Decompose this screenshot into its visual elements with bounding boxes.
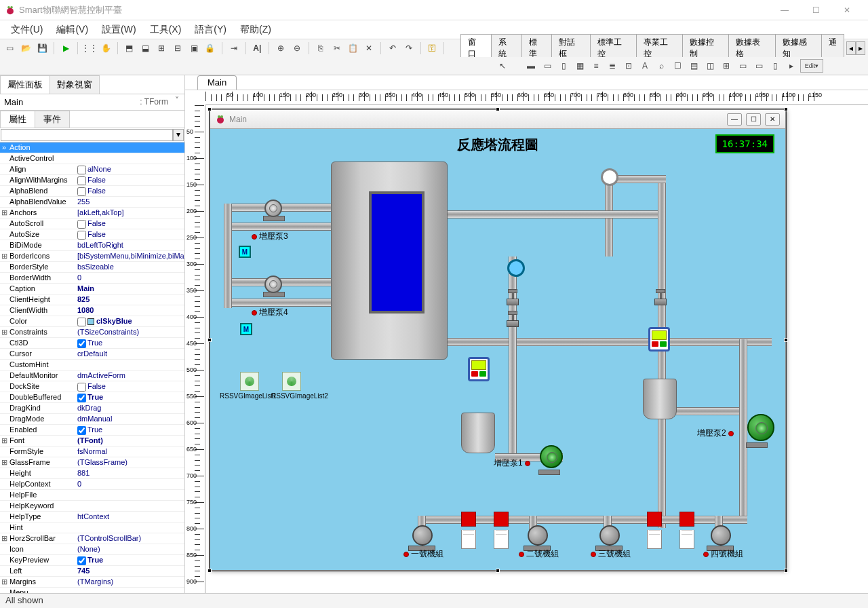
property-value[interactable]: False xyxy=(76,175,184,185)
w10-icon[interactable]: ☐ xyxy=(670,59,685,73)
form-min-icon[interactable]: — xyxy=(727,113,742,126)
redo-icon[interactable]: ↷ xyxy=(401,41,416,55)
property-row[interactable]: DragKinddkDrag xyxy=(0,403,184,414)
property-value[interactable]: crDefault xyxy=(76,349,184,359)
property-row[interactable]: AutoSizeFalse xyxy=(0,229,184,240)
key-icon[interactable]: ⚿ xyxy=(425,41,440,55)
expand-icon[interactable] xyxy=(0,381,8,392)
property-value[interactable]: 255 xyxy=(76,197,184,207)
property-row[interactable]: ⊞BorderIcons[biSystemMenu,biMinimize,biM… xyxy=(0,251,184,262)
property-value[interactable] xyxy=(76,490,184,500)
expand-icon[interactable] xyxy=(0,414,8,424)
expand-icon[interactable] xyxy=(0,262,8,272)
menu-file[interactable]: 文件(U) xyxy=(4,21,50,39)
property-value[interactable] xyxy=(76,142,184,153)
expand-icon[interactable] xyxy=(0,446,8,457)
property-value[interactable]: False xyxy=(76,229,184,240)
w6-icon[interactable]: ≣ xyxy=(605,59,620,73)
tab-prop-panel[interactable]: 屬性面板 xyxy=(0,75,50,94)
w12-icon[interactable]: ◫ xyxy=(703,59,717,73)
menu-help[interactable]: 帮助(Z) xyxy=(233,21,278,39)
property-value[interactable]: clSkyBlue xyxy=(76,316,184,326)
property-value[interactable]: (TControlScrollBar) xyxy=(76,533,184,544)
property-checkbox[interactable] xyxy=(77,176,86,185)
property-value[interactable]: [biSystemMenu,biMinimize,biMaximize] xyxy=(76,251,184,261)
property-row[interactable]: HelpKeyword xyxy=(0,501,184,512)
property-checkbox[interactable] xyxy=(77,231,86,240)
design-canvas[interactable]: Main — ☐ ✕ 反應塔流程圖 16:37:34 xyxy=(205,105,868,608)
property-row[interactable]: ⊞Font(TFont) xyxy=(0,436,184,446)
property-value[interactable]: bsSizeable xyxy=(76,262,184,272)
property-row[interactable]: DoubleBufferedTrue xyxy=(0,392,184,403)
property-checkbox[interactable] xyxy=(77,426,86,435)
imagelist-icon[interactable] xyxy=(240,372,259,391)
w4-icon[interactable]: ▦ xyxy=(572,59,587,73)
open-icon[interactable]: 📂 xyxy=(19,41,34,55)
property-value[interactable]: alNone xyxy=(76,164,184,174)
property-value[interactable]: False xyxy=(76,381,184,392)
expand-icon[interactable]: » xyxy=(0,142,8,153)
property-value[interactable]: (TGlassFrame) xyxy=(76,457,184,468)
property-value[interactable]: dmManual xyxy=(76,414,184,424)
w13-icon[interactable]: ⊞ xyxy=(719,59,734,73)
paste-icon[interactable]: 📋 xyxy=(345,41,360,55)
new-icon[interactable]: ▭ xyxy=(3,41,18,55)
w15-icon[interactable]: ▭ xyxy=(751,59,766,73)
property-row[interactable]: BiDiModebdLeftToRight xyxy=(0,240,184,251)
minimize-button[interactable]: — xyxy=(769,0,800,20)
select-icon[interactable]: ▣ xyxy=(186,41,201,55)
property-row[interactable]: BorderWidth0 xyxy=(0,273,184,284)
group-icon[interactable]: ⊞ xyxy=(155,41,170,55)
expand-icon[interactable] xyxy=(0,479,8,489)
w14-icon[interactable]: ▭ xyxy=(735,59,750,73)
expand-icon[interactable]: ⊞ xyxy=(0,327,8,337)
property-row[interactable]: CaptionMain xyxy=(0,284,184,294)
bring-front-icon[interactable]: ⬓ xyxy=(138,41,153,55)
expand-icon[interactable] xyxy=(0,218,8,229)
property-row[interactable]: DefaultMonitordmActiveForm xyxy=(0,370,184,381)
property-list[interactable]: »ActionActiveControlAlignalNoneAlignWith… xyxy=(0,142,184,608)
w3-icon[interactable]: ▯ xyxy=(556,59,571,73)
object-dropdown-icon[interactable]: ˅ xyxy=(171,96,183,109)
expand-icon[interactable] xyxy=(0,305,8,316)
property-row[interactable]: BorderStylebsSizeable xyxy=(0,262,184,273)
property-value[interactable]: 1080 xyxy=(76,305,184,316)
expand-icon[interactable] xyxy=(0,512,8,522)
expand-icon[interactable] xyxy=(0,229,8,240)
menu-settings[interactable]: 設置(W) xyxy=(95,21,143,39)
hand-icon[interactable]: ✋ xyxy=(98,41,113,55)
property-row[interactable]: Ctl3DTrue xyxy=(0,338,184,349)
form-close-icon[interactable]: ✕ xyxy=(765,113,780,126)
property-value[interactable]: 0 xyxy=(76,479,184,489)
save-icon[interactable]: 💾 xyxy=(35,41,50,55)
property-value[interactable]: True xyxy=(76,425,184,435)
expand-icon[interactable] xyxy=(0,360,8,370)
ungroup-icon[interactable]: ⊟ xyxy=(170,41,185,55)
property-value[interactable] xyxy=(76,522,184,533)
expand-icon[interactable] xyxy=(0,468,8,478)
property-row[interactable]: ⊞Constraints(TSizeConstraints) xyxy=(0,327,184,338)
property-value[interactable]: dkDrag xyxy=(76,403,184,413)
property-value[interactable]: 881 xyxy=(76,468,184,478)
property-search-dropdown-icon[interactable]: ▾ xyxy=(173,129,184,141)
property-row[interactable]: »Action xyxy=(0,142,184,153)
align-icon[interactable]: ⋮⋮ xyxy=(82,41,97,55)
expand-icon[interactable] xyxy=(0,197,8,207)
property-row[interactable]: ColorclSkyBlue xyxy=(0,316,184,327)
property-row[interactable]: CursorcrDefault xyxy=(0,349,184,360)
pointer-icon[interactable]: ↖ xyxy=(495,59,510,73)
property-value[interactable]: fsNormal xyxy=(76,446,184,457)
property-row[interactable]: AutoScrollFalse xyxy=(0,218,184,229)
property-row[interactable]: AlignWithMarginsFalse xyxy=(0,175,184,186)
tabs-left-icon[interactable]: ◂ xyxy=(846,41,856,55)
expand-icon[interactable] xyxy=(0,240,8,250)
doc-tab-main[interactable]: Main xyxy=(197,75,237,90)
subtab-events[interactable]: 事件 xyxy=(35,111,70,128)
property-row[interactable]: ActiveControl xyxy=(0,153,184,164)
property-value[interactable]: htContext xyxy=(76,512,184,522)
property-row[interactable]: DragModedmManual xyxy=(0,414,184,425)
property-checkbox[interactable] xyxy=(77,394,86,402)
w2-icon[interactable]: ▭ xyxy=(540,59,555,73)
property-value[interactable] xyxy=(76,153,184,164)
property-row[interactable]: DockSiteFalse xyxy=(0,381,184,392)
